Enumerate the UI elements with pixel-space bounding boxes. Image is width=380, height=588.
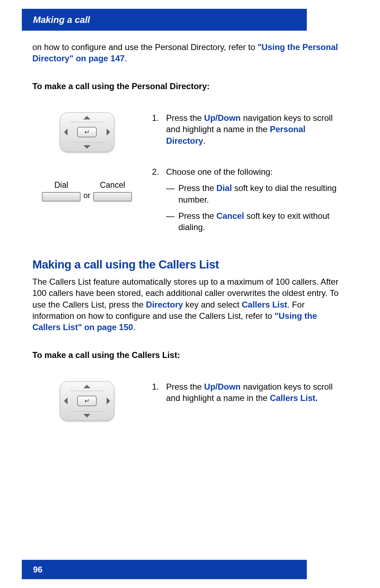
enter-button-icon xyxy=(77,127,97,137)
updown-term: Up/Down xyxy=(204,113,241,123)
arrow-up-icon xyxy=(83,385,90,388)
step2-sub1: — Press the Dial soft key to dial the re… xyxy=(152,182,342,205)
step1-content: 1. Press the Up/Down navigation keys to … xyxy=(141,112,342,147)
section2-body: The Callers List feature automatically s… xyxy=(32,276,342,333)
dial-button-icon xyxy=(42,192,81,202)
proc2-step1-number: 1. xyxy=(152,381,166,404)
intro-paragraph: on how to configure and use the Personal… xyxy=(32,42,342,64)
cancel-term: Cancel xyxy=(216,211,244,221)
dash-2: — xyxy=(166,210,178,233)
proc2-step1-content: 1. Press the Up/Down navigation keys to … xyxy=(141,381,342,404)
step2-content: 2. Choose one of the following: — Press … xyxy=(141,166,342,233)
arrow-up-icon xyxy=(83,116,90,119)
navpad-graphic-2 xyxy=(32,381,141,421)
cancel-softkey: Cancel xyxy=(93,180,132,202)
updown-term-2: Up/Down xyxy=(204,382,241,391)
procedure2-step1: 1. Press the Up/Down navigation keys to … xyxy=(32,381,342,421)
step2-number: 2. xyxy=(152,166,166,178)
callers-list-term: Callers List xyxy=(242,300,287,309)
navpad-graphic-1 xyxy=(32,112,141,152)
procedure1-heading: To make a call using the Personal Direct… xyxy=(32,81,342,91)
step1-number: 1. xyxy=(152,112,166,147)
intro-text-pre: on how to configure and use the Personal… xyxy=(32,42,258,52)
step1-text: Press the Up/Down navigation keys to scr… xyxy=(166,112,342,147)
arrow-down-icon xyxy=(83,145,90,149)
procedure2-heading: To make a call using the Callers List: xyxy=(32,350,342,360)
procedure1-step2: Dial or Cancel 2. Choose one of the foll… xyxy=(32,166,342,233)
dial-term: Dial xyxy=(216,183,232,193)
cancel-button-icon xyxy=(93,192,132,202)
page-content: on how to configure and use the Personal… xyxy=(32,42,342,421)
navigation-pad-icon xyxy=(60,112,114,152)
sub1-text: Press the Dial soft key to dial the resu… xyxy=(178,182,342,205)
dial-label: Dial xyxy=(42,180,81,190)
arrow-left-icon xyxy=(64,397,68,404)
enter-button-icon xyxy=(77,396,97,406)
procedure1-step1: 1. Press the Up/Down navigation keys to … xyxy=(32,112,342,152)
arrow-right-icon xyxy=(107,397,110,404)
dial-softkey: Dial xyxy=(42,180,81,202)
step2-sub2: — Press the Cancel soft key to exit with… xyxy=(152,210,342,233)
softkey-group: Dial or Cancel xyxy=(42,180,132,202)
page-footer: 96 xyxy=(22,560,307,579)
step2-text: Choose one of the following: xyxy=(166,166,342,178)
softkey-graphic: Dial or Cancel xyxy=(32,166,141,202)
header-title: Making a call xyxy=(33,14,90,25)
arrow-right-icon xyxy=(107,129,110,136)
sub2-text: Press the Cancel soft key to exit withou… xyxy=(178,210,342,233)
intro-text-post: . xyxy=(125,54,127,63)
proc2-step1-text: Press the Up/Down navigation keys to scr… xyxy=(166,381,342,404)
page-number: 96 xyxy=(33,565,43,575)
or-text: or xyxy=(83,191,90,202)
arrow-left-icon xyxy=(64,129,68,136)
directory-term: Directory xyxy=(146,300,183,309)
page-header: Making a call xyxy=(22,9,307,31)
cancel-label: Cancel xyxy=(93,180,132,190)
section2-heading: Making a call using the Callers List xyxy=(32,258,342,271)
callers-list-term-2: Callers List. xyxy=(270,393,318,403)
navigation-pad-icon xyxy=(60,381,114,421)
arrow-down-icon xyxy=(83,414,90,417)
dash-1: — xyxy=(166,182,178,205)
